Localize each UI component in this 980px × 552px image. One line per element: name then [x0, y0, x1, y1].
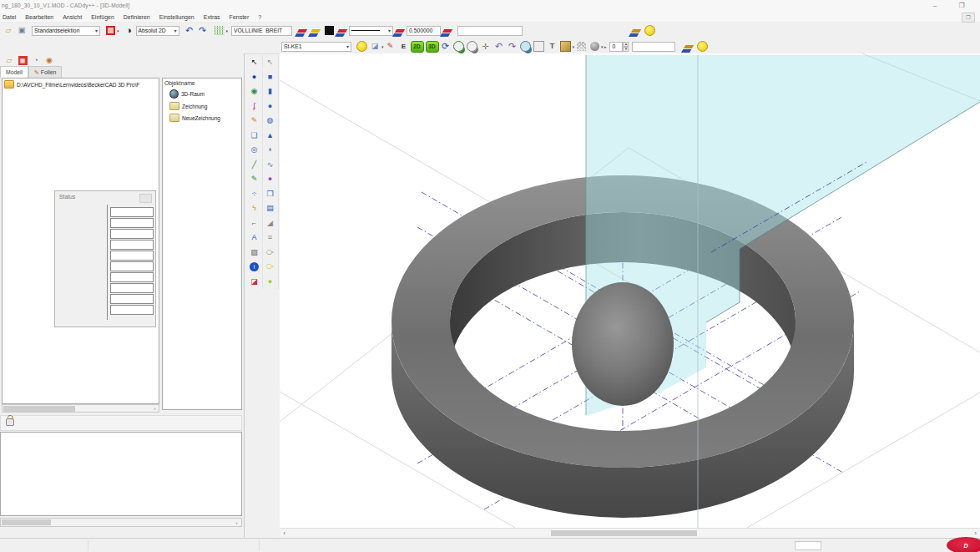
tree-item-3d-raum[interactable]: 3D-Raum — [163, 88, 241, 100]
coord-mode-combo[interactable]: Absolut 2D▾ — [136, 26, 179, 36]
solid-slice-icon[interactable]: ≡ — [262, 230, 279, 245]
zoom-fit-icon[interactable] — [519, 40, 533, 53]
restore-button[interactable]: ❐ — [955, 2, 968, 10]
view-extra-field[interactable] — [632, 42, 675, 52]
tree-hscroll-right-icon[interactable]: › — [151, 405, 159, 413]
tab-modell[interactable]: Modell — [0, 66, 28, 78]
zoom-prev-icon[interactable] — [533, 40, 546, 53]
object-panel[interactable]: Objektname 3D-Raum Zeichnung NeueZeichnu… — [162, 78, 242, 410]
title-bar[interactable]: ng_180_30_10_V1.MOD - CADdy++ - [3D-Mode… — [0, 0, 980, 12]
path-edit-icon[interactable]: ʄ — [246, 99, 263, 114]
contrast-icon[interactable]: ◑ — [123, 24, 136, 37]
rotate-view-icon[interactable]: ⟳ — [439, 40, 452, 53]
solid-shell-icon[interactable]: ◗ — [262, 143, 279, 157]
chevron-down-icon[interactable]: ▾ — [117, 28, 119, 33]
measure-icon[interactable]: T — [546, 40, 559, 53]
tree-hscrollbar[interactable]: › — [2, 404, 159, 413]
layer-width-icon[interactable] — [441, 24, 454, 37]
layer-combo[interactable]: St-KE1▾ — [281, 42, 351, 52]
eraser-icon[interactable]: ◪ — [246, 275, 263, 289]
tree-hscroll-thumb[interactable] — [3, 406, 75, 412]
layer-bulb-icon[interactable] — [309, 24, 322, 37]
dock-hscrollbar[interactable]: › — [0, 518, 242, 527]
solid-cone-icon[interactable]: ▲ — [262, 129, 279, 143]
text-edit-icon[interactable]: A — [246, 230, 263, 245]
solid-book-icon[interactable]: ▤ — [262, 201, 279, 215]
redline-icon[interactable]: ✎ — [384, 40, 397, 53]
linetype-field[interactable] — [231, 26, 292, 36]
spheres-yellow-icon[interactable]: ⧂ — [262, 260, 279, 274]
vp-scroll-right-icon[interactable]: › — [972, 529, 979, 537]
zoom-in-icon[interactable] — [452, 40, 466, 53]
message-panel[interactable] — [0, 432, 242, 516]
menu-item-definieren[interactable]: Definieren — [124, 14, 156, 20]
status-field-9[interactable] — [110, 294, 154, 304]
redo-icon[interactable]: ↷ — [196, 24, 210, 37]
users-icon[interactable]: ◉ — [43, 54, 56, 67]
solid-union-icon[interactable]: ❒ — [262, 187, 279, 201]
status-field-5[interactable] — [110, 251, 154, 261]
viewport-hscrollbar[interactable]: ‹ › — [280, 528, 980, 538]
sketch-plane-icon[interactable]: ◪ — [368, 40, 381, 53]
extra-field[interactable] — [457, 26, 523, 36]
tree-item-neuezeichnung[interactable]: NeueZeichnung — [163, 112, 241, 124]
status-panel[interactable]: Status — [54, 190, 156, 327]
pan-icon[interactable]: ✛ — [479, 40, 493, 53]
solid-sphere-icon[interactable]: ● — [262, 99, 279, 114]
menu-item-einfgen[interactable]: Einfügen — [91, 14, 120, 20]
select-white-icon[interactable]: ↖ — [262, 55, 279, 69]
refresh-icon[interactable]: ◔ — [29, 54, 43, 67]
info-icon[interactable]: i — [246, 260, 263, 274]
viewport-3d[interactable] — [280, 53, 980, 528]
layer-hand-icon[interactable] — [629, 24, 643, 37]
tab-folien[interactable]: ✎Folien — [28, 66, 62, 78]
rotate-right-icon[interactable]: ↷ — [506, 40, 519, 53]
chevron-down-icon[interactable]: ▾ — [226, 28, 229, 33]
menu-item-?[interactable]: ? — [258, 14, 267, 20]
menu-item-fenster[interactable]: Fenster — [230, 14, 255, 20]
chevron-down-icon[interactable]: ▾ ▸ — [601, 44, 606, 49]
menu-item-datei[interactable]: Datei — [3, 14, 22, 20]
mdi-restore-button[interactable]: ❐ — [962, 13, 975, 23]
status-field-1[interactable] — [110, 207, 154, 217]
tree-item-path[interactable]: D:\AVCHD_Filme\Lernvideos\BeckerCAD 3D P… — [3, 78, 159, 90]
view-2d-button[interactable]: 2D — [411, 41, 424, 53]
open-icon[interactable]: ▱ — [2, 24, 15, 37]
status-field-3[interactable] — [110, 229, 154, 239]
solid-cylinder-icon[interactable]: ▮ — [262, 84, 279, 99]
solid-torus-icon[interactable]: ◍ — [262, 114, 279, 128]
raster-icon[interactable] — [574, 40, 588, 53]
vp-scroll-thumb[interactable] — [551, 530, 697, 536]
view-3d-button[interactable]: 3D — [426, 41, 439, 53]
copy-shape-icon[interactable]: ❏ — [246, 129, 263, 143]
menu-item-ansicht[interactable]: Ansicht — [63, 14, 88, 20]
vp-scroll-left-icon[interactable]: ‹ — [280, 529, 288, 537]
grid-icon[interactable] — [213, 24, 226, 37]
pencil-orange-icon[interactable]: ✎ — [246, 114, 263, 128]
dock-hscroll-thumb[interactable] — [2, 519, 51, 525]
selection-mode-icon[interactable] — [104, 24, 117, 37]
color-swatch-black[interactable] — [322, 24, 336, 37]
solid-box-icon[interactable]: ■ — [262, 70, 279, 84]
line-style-combo[interactable]: ▾ — [349, 26, 393, 36]
bulb-icon[interactable] — [695, 40, 709, 53]
zoom-window-icon[interactable] — [466, 40, 479, 53]
bulb-icon[interactable] — [355, 40, 368, 53]
sphere-multi-icon[interactable]: ● — [262, 172, 279, 186]
layer-hand-icon[interactable] — [682, 40, 695, 53]
counter-spinner[interactable]: ▲▼ — [609, 42, 629, 52]
status-panel-button[interactable] — [139, 194, 152, 203]
sphere-rotate-icon[interactable]: ◉ — [246, 84, 263, 99]
status-field-8[interactable] — [110, 283, 154, 293]
select-arrow-icon[interactable]: ↖ — [246, 55, 263, 69]
hatch-icon[interactable]: ▨ — [246, 246, 263, 260]
key-icon[interactable]: ⌐ — [246, 216, 263, 230]
spheres-gray-icon[interactable]: ⧂ — [262, 246, 279, 260]
sphere-blue-icon[interactable]: ● — [246, 70, 263, 84]
status-field-7[interactable] — [110, 272, 154, 282]
shade-sphere-icon[interactable] — [588, 40, 601, 53]
menu-item-extras[interactable]: Extras — [204, 14, 226, 20]
linewidth-field[interactable] — [407, 26, 441, 36]
status-field-2[interactable] — [110, 218, 154, 228]
bulb-icon[interactable] — [643, 24, 656, 37]
